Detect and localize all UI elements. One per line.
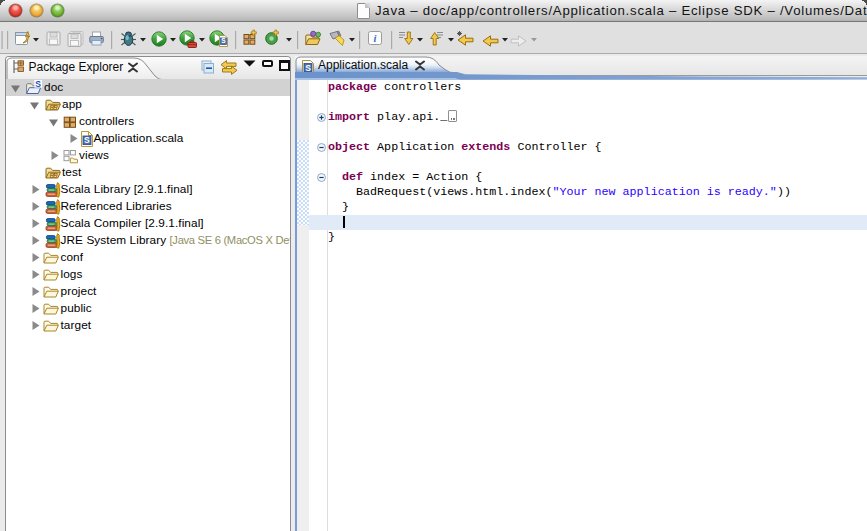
svg-text:i: i [374, 33, 377, 44]
svg-text:S: S [221, 37, 226, 44]
svg-text:S: S [305, 62, 311, 72]
